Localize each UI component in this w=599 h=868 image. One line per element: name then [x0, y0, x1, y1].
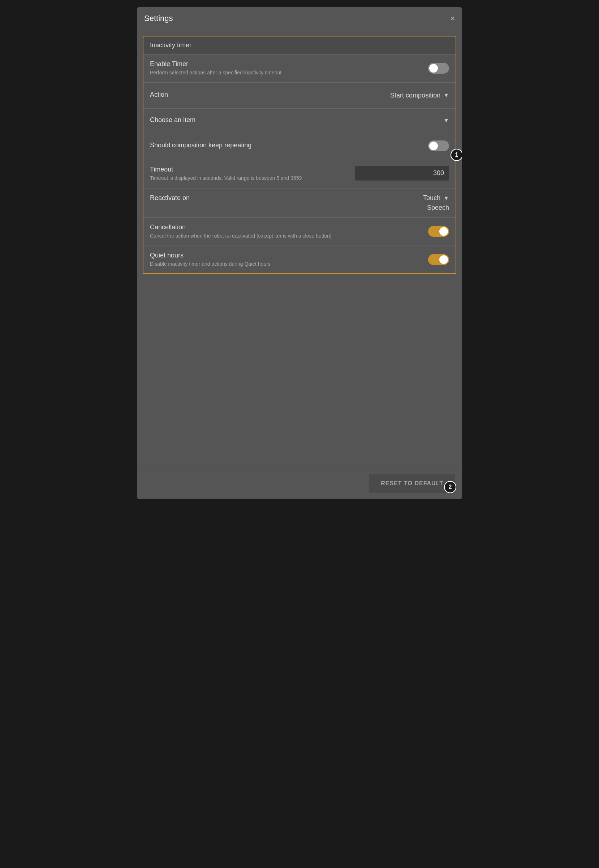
action-dropdown[interactable]: Start composition ▼ — [390, 92, 449, 99]
enable-timer-row: Enable Timer Perform selected actions af… — [143, 54, 456, 83]
cancellation-row: Cancellation Cancel the action when the … — [143, 218, 456, 246]
main-content: Inactivity timer Enable Timer Perform se… — [137, 30, 462, 468]
timeout-desc: Timeout is displayed in seconds. Valid r… — [150, 175, 348, 182]
quiet-hours-track[interactable] — [428, 254, 449, 265]
quiet-hours-toggle[interactable] — [428, 254, 449, 265]
reactivate-touch-label: Touch — [423, 194, 440, 202]
quiet-hours-title: Quiet hours — [150, 252, 421, 259]
title-bar: Settings × — [137, 7, 462, 30]
section-badge: 1 — [450, 149, 462, 161]
timeout-input[interactable] — [355, 166, 449, 180]
bottom-bar: RESET TO DEFAULT 2 — [137, 468, 462, 499]
enable-timer-title: Enable Timer — [150, 60, 421, 68]
choose-item-title: Choose an item — [150, 116, 433, 124]
reactivate-title: Reactivate on — [150, 194, 416, 202]
settings-window: Settings × Inactivity timer Enable Timer… — [137, 7, 462, 499]
cancellation-desc: Cancel the action when the robot is reac… — [150, 233, 421, 240]
timeout-input-area — [355, 166, 449, 180]
choose-item-row: Choose an item ▼ — [143, 109, 456, 133]
enable-timer-desc: Perform selected actions after a specifi… — [150, 69, 421, 77]
action-label: Action — [150, 91, 383, 100]
cancellation-toggle[interactable] — [428, 226, 449, 237]
reactivate-options: Touch ▼ Speech — [423, 194, 449, 212]
cancellation-title: Cancellation — [150, 224, 421, 231]
composition-repeat-toggle[interactable] — [428, 140, 449, 151]
timeout-label: Timeout Timeout is displayed in seconds.… — [150, 166, 348, 182]
choose-item-label: Choose an item — [150, 116, 433, 125]
enable-timer-track[interactable] — [428, 63, 449, 74]
empty-area — [143, 274, 456, 462]
timeout-title: Timeout — [150, 166, 348, 173]
section-header: Inactivity timer — [143, 36, 456, 54]
reactivate-touch-row[interactable]: Touch ▼ — [423, 194, 449, 202]
composition-repeat-knob — [429, 141, 438, 150]
window-title: Settings — [144, 14, 173, 23]
composition-repeat-track[interactable] — [428, 140, 449, 151]
composition-repeat-row: Should composition keep repeating — [143, 133, 456, 159]
cancellation-track[interactable] — [428, 226, 449, 237]
quiet-hours-row: Quiet hours Disable inactivity timer and… — [143, 246, 456, 274]
enable-timer-toggle[interactable] — [428, 63, 449, 74]
enable-timer-label: Enable Timer Perform selected actions af… — [150, 60, 421, 77]
reset-to-default-button[interactable]: RESET TO DEFAULT — [369, 474, 455, 493]
timeout-row: Timeout Timeout is displayed in seconds.… — [143, 159, 456, 189]
inactivity-timer-section: Inactivity timer Enable Timer Perform se… — [143, 36, 456, 274]
quiet-hours-label: Quiet hours Disable inactivity timer and… — [150, 252, 421, 268]
cancellation-knob — [439, 227, 448, 236]
choose-item-dropdown-arrow: ▼ — [443, 117, 449, 124]
cancellation-label: Cancellation Cancel the action when the … — [150, 224, 421, 240]
quiet-hours-knob — [439, 255, 448, 264]
action-row: Action Start composition ▼ — [143, 83, 456, 109]
composition-repeat-label: Should composition keep repeating — [150, 141, 421, 150]
reactivate-speech-label: Speech — [427, 204, 449, 212]
composition-repeat-title: Should composition keep repeating — [150, 141, 421, 149]
close-button[interactable]: × — [450, 15, 455, 23]
quiet-hours-desc: Disable inactivity timer and actions dur… — [150, 261, 421, 268]
reactivate-speech-row[interactable]: Speech — [423, 204, 449, 212]
action-dropdown-arrow: ▼ — [443, 92, 449, 99]
enable-timer-knob — [429, 64, 438, 72]
action-title: Action — [150, 91, 383, 99]
choose-item-dropdown[interactable]: ▼ — [440, 117, 449, 124]
section-wrapper: Inactivity timer Enable Timer Perform se… — [143, 36, 456, 274]
reactivate-touch-arrow: ▼ — [443, 195, 449, 201]
reactivate-label: Reactivate on — [150, 194, 416, 203]
reactivate-row: Reactivate on Touch ▼ Speech — [143, 188, 456, 218]
action-value: Start composition — [390, 92, 440, 99]
